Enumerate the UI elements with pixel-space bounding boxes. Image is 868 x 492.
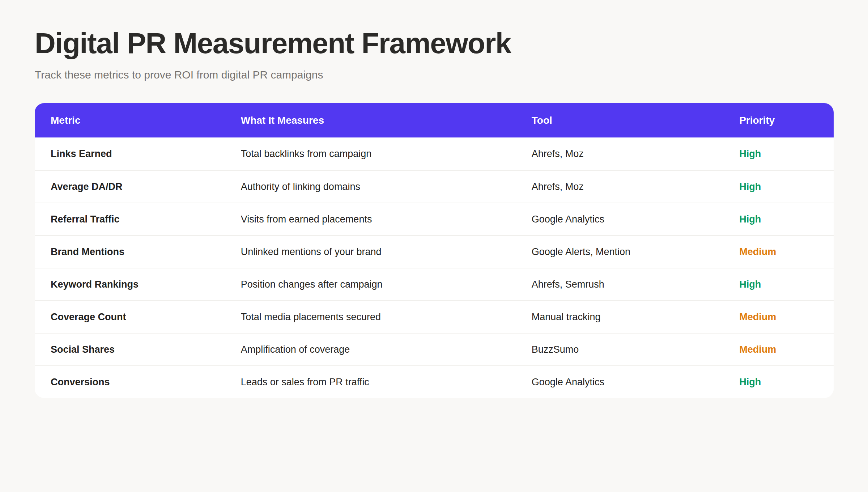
metric-cell: Links Earned: [35, 137, 225, 170]
page: Digital PR Measurement Framework Track t…: [0, 0, 868, 492]
column-header-tool: Tool: [516, 103, 723, 137]
priority-badge: High: [723, 268, 834, 300]
tool-cell: Ahrefs, Moz: [516, 137, 723, 170]
page-title: Digital PR Measurement Framework: [35, 26, 833, 61]
table-row: Conversions Leads or sales from PR traff…: [35, 365, 834, 398]
tool-cell: Manual tracking: [516, 300, 723, 333]
table-row: Coverage Count Total media placements se…: [35, 300, 834, 333]
metric-cell: Brand Mentions: [35, 235, 225, 268]
metric-cell: Social Shares: [35, 333, 225, 365]
column-header-measures: What It Measures: [225, 103, 516, 137]
priority-badge: High: [723, 170, 834, 203]
priority-badge: Medium: [723, 235, 834, 268]
measures-cell: Total media placements secured: [225, 300, 516, 333]
measures-cell: Total backlinks from campaign: [225, 137, 516, 170]
tool-cell: Google Alerts, Mention: [516, 235, 723, 268]
table-row: Referral Traffic Visits from earned plac…: [35, 203, 834, 235]
priority-badge: High: [723, 203, 834, 235]
table-row: Links Earned Total backlinks from campai…: [35, 137, 834, 170]
table-header-row: Metric What It Measures Tool Priority: [35, 103, 834, 137]
metrics-table: Metric What It Measures Tool Priority Li…: [35, 103, 834, 398]
measures-cell: Authority of linking domains: [225, 170, 516, 203]
tool-cell: BuzzSumo: [516, 333, 723, 365]
metrics-table-card: Metric What It Measures Tool Priority Li…: [35, 103, 834, 398]
metric-cell: Keyword Rankings: [35, 268, 225, 300]
tool-cell: Google Analytics: [516, 203, 723, 235]
priority-badge: Medium: [723, 333, 834, 365]
tool-cell: Ahrefs, Moz: [516, 170, 723, 203]
table-row: Brand Mentions Unlinked mentions of your…: [35, 235, 834, 268]
column-header-priority: Priority: [723, 103, 834, 137]
table-body: Links Earned Total backlinks from campai…: [35, 137, 834, 398]
priority-badge: High: [723, 365, 834, 398]
priority-badge: Medium: [723, 300, 834, 333]
metric-cell: Referral Traffic: [35, 203, 225, 235]
measures-cell: Position changes after campaign: [225, 268, 516, 300]
table-row: Average DA/DR Authority of linking domai…: [35, 170, 834, 203]
tool-cell: Google Analytics: [516, 365, 723, 398]
measures-cell: Leads or sales from PR traffic: [225, 365, 516, 398]
tool-cell: Ahrefs, Semrush: [516, 268, 723, 300]
measures-cell: Unlinked mentions of your brand: [225, 235, 516, 268]
metric-cell: Conversions: [35, 365, 225, 398]
column-header-metric: Metric: [35, 103, 225, 137]
metric-cell: Average DA/DR: [35, 170, 225, 203]
metric-cell: Coverage Count: [35, 300, 225, 333]
page-subtitle: Track these metrics to prove ROI from di…: [35, 67, 833, 82]
priority-badge: High: [723, 137, 834, 170]
measures-cell: Amplification of coverage: [225, 333, 516, 365]
table-row: Keyword Rankings Position changes after …: [35, 268, 834, 300]
table-row: Social Shares Amplification of coverage …: [35, 333, 834, 365]
measures-cell: Visits from earned placements: [225, 203, 516, 235]
